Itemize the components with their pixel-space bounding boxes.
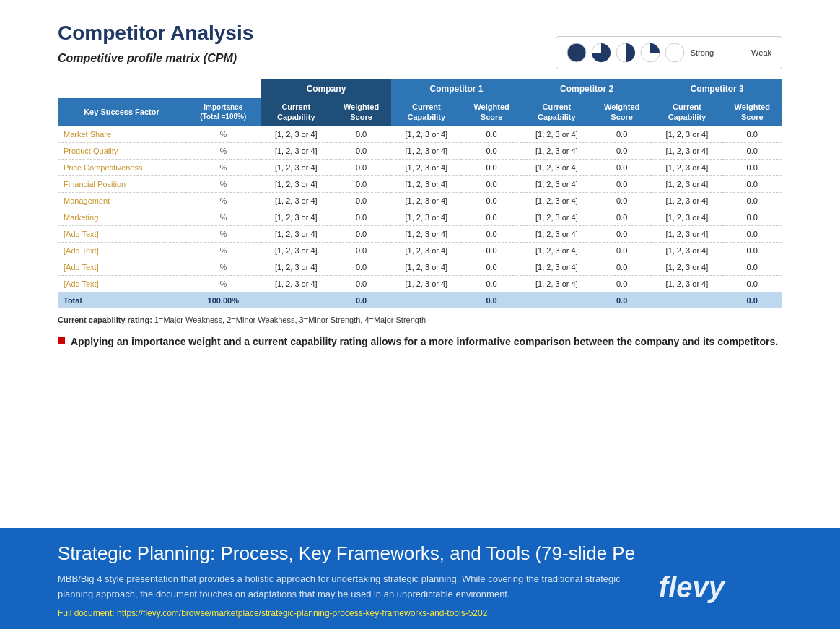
cell-ws-c2-1[interactable]: 0.0 <box>592 142 652 159</box>
cell-ws-c3-4[interactable]: 0.0 <box>722 192 783 209</box>
cell-cap-c1-4[interactable]: [1, 2, 3 or 4] <box>391 192 461 209</box>
cell-ws-c2-3[interactable]: 0.0 <box>592 175 652 192</box>
cell-cap-co-4[interactable]: [1, 2, 3 or 4] <box>261 192 331 209</box>
cell-cap-co-0[interactable]: [1, 2, 3 or 4] <box>261 126 331 143</box>
cell-ws-c2-7[interactable]: 0.0 <box>592 242 652 259</box>
cell-ws-c1-4[interactable]: 0.0 <box>461 192 521 209</box>
cell-importance-4[interactable]: % <box>185 192 261 209</box>
cell-ws-c2-6[interactable]: 0.0 <box>592 225 652 242</box>
cell-ws-c3-8[interactable]: 0.0 <box>722 259 783 275</box>
cell-cap-co-9[interactable]: [1, 2, 3 or 4] <box>261 275 331 292</box>
cell-cap-c1-7[interactable]: [1, 2, 3 or 4] <box>391 242 461 259</box>
cell-ws-co-2[interactable]: 0.0 <box>331 159 391 175</box>
cell-cap-c3-7[interactable]: [1, 2, 3 or 4] <box>652 242 722 259</box>
cell-cap-co-8[interactable]: [1, 2, 3 or 4] <box>261 259 331 275</box>
cell-ws-c1-0[interactable]: 0.0 <box>461 126 521 143</box>
cell-ws-co-8[interactable]: 0.0 <box>331 259 391 275</box>
cell-cap-c2-9[interactable]: [1, 2, 3 or 4] <box>522 275 592 292</box>
cell-ws-co-0[interactable]: 0.0 <box>331 126 391 143</box>
cell-ws-co-4[interactable]: 0.0 <box>331 192 391 209</box>
cell-cap-c3-3[interactable]: [1, 2, 3 or 4] <box>652 175 722 192</box>
cell-cap-c1-6[interactable]: [1, 2, 3 or 4] <box>391 225 461 242</box>
cell-ws-c2-9[interactable]: 0.0 <box>592 275 652 292</box>
cell-ws-co-6[interactable]: 0.0 <box>331 225 391 242</box>
cell-ws-c3-5[interactable]: 0.0 <box>722 209 783 225</box>
cell-ws-c3-1[interactable]: 0.0 <box>722 142 783 159</box>
cell-importance-0[interactable]: % <box>185 126 261 143</box>
cell-factor-7[interactable]: [Add Text] <box>58 242 185 259</box>
cell-ws-c2-5[interactable]: 0.0 <box>592 209 652 225</box>
cell-cap-c1-2[interactable]: [1, 2, 3 or 4] <box>391 159 461 175</box>
cell-importance-9[interactable]: % <box>185 275 261 292</box>
cell-ws-c3-7[interactable]: 0.0 <box>722 242 783 259</box>
cell-cap-c3-2[interactable]: [1, 2, 3 or 4] <box>652 159 722 175</box>
cell-ws-c3-3[interactable]: 0.0 <box>722 175 783 192</box>
cell-cap-co-3[interactable]: [1, 2, 3 or 4] <box>261 175 331 192</box>
cell-cap-c1-0[interactable]: [1, 2, 3 or 4] <box>391 126 461 143</box>
cell-cap-c2-7[interactable]: [1, 2, 3 or 4] <box>522 242 592 259</box>
cell-cap-co-6[interactable]: [1, 2, 3 or 4] <box>261 225 331 242</box>
cell-ws-c3-2[interactable]: 0.0 <box>722 159 783 175</box>
cell-cap-c2-3[interactable]: [1, 2, 3 or 4] <box>522 175 592 192</box>
cell-ws-c3-9[interactable]: 0.0 <box>722 275 783 292</box>
cell-cap-c1-3[interactable]: [1, 2, 3 or 4] <box>391 175 461 192</box>
cell-ws-c2-0[interactable]: 0.0 <box>592 126 652 143</box>
cell-cap-c1-5[interactable]: [1, 2, 3 or 4] <box>391 209 461 225</box>
cell-ws-co-3[interactable]: 0.0 <box>331 175 391 192</box>
cell-ws-c1-7[interactable]: 0.0 <box>461 242 521 259</box>
cell-ws-c1-1[interactable]: 0.0 <box>461 142 521 159</box>
cell-ws-c1-2[interactable]: 0.0 <box>461 159 521 175</box>
cell-cap-co-7[interactable]: [1, 2, 3 or 4] <box>261 242 331 259</box>
cell-cap-c1-9[interactable]: [1, 2, 3 or 4] <box>391 275 461 292</box>
cell-ws-c1-3[interactable]: 0.0 <box>461 175 521 192</box>
cell-ws-c1-6[interactable]: 0.0 <box>461 225 521 242</box>
cell-cap-c2-1[interactable]: [1, 2, 3 or 4] <box>522 142 592 159</box>
cell-cap-c3-5[interactable]: [1, 2, 3 or 4] <box>652 209 722 225</box>
cell-ws-c1-9[interactable]: 0.0 <box>461 275 521 292</box>
cell-ws-c3-0[interactable]: 0.0 <box>722 126 783 143</box>
cell-cap-c1-8[interactable]: [1, 2, 3 or 4] <box>391 259 461 275</box>
cell-importance-8[interactable]: % <box>185 259 261 275</box>
cell-importance-6[interactable]: % <box>185 225 261 242</box>
cell-importance-7[interactable]: % <box>185 242 261 259</box>
cell-factor-4[interactable]: Management <box>58 192 185 209</box>
cell-cap-c3-8[interactable]: [1, 2, 3 or 4] <box>652 259 722 275</box>
cell-cap-co-5[interactable]: [1, 2, 3 or 4] <box>261 209 331 225</box>
cell-cap-c3-1[interactable]: [1, 2, 3 or 4] <box>652 142 722 159</box>
cell-factor-6[interactable]: [Add Text] <box>58 225 185 242</box>
cell-cap-c1-1[interactable]: [1, 2, 3 or 4] <box>391 142 461 159</box>
cell-ws-co-5[interactable]: 0.0 <box>331 209 391 225</box>
cell-cap-c2-4[interactable]: [1, 2, 3 or 4] <box>522 192 592 209</box>
cell-cap-c3-9[interactable]: [1, 2, 3 or 4] <box>652 275 722 292</box>
cell-ws-c3-6[interactable]: 0.0 <box>722 225 783 242</box>
bottom-link[interactable]: Full document: https://flevy.com/browse/… <box>58 608 782 618</box>
cell-cap-c2-2[interactable]: [1, 2, 3 or 4] <box>522 159 592 175</box>
cell-ws-c1-8[interactable]: 0.0 <box>461 259 521 275</box>
cell-ws-co-1[interactable]: 0.0 <box>331 142 391 159</box>
cell-cap-co-1[interactable]: [1, 2, 3 or 4] <box>261 142 331 159</box>
cell-cap-c2-5[interactable]: [1, 2, 3 or 4] <box>522 209 592 225</box>
cell-ws-c2-4[interactable]: 0.0 <box>592 192 652 209</box>
cell-ws-co-7[interactable]: 0.0 <box>331 242 391 259</box>
cell-ws-c2-8[interactable]: 0.0 <box>592 259 652 275</box>
cell-ws-co-9[interactable]: 0.0 <box>331 275 391 292</box>
cell-ws-c1-5[interactable]: 0.0 <box>461 209 521 225</box>
cell-factor-9[interactable]: [Add Text] <box>58 275 185 292</box>
cell-cap-c2-8[interactable]: [1, 2, 3 or 4] <box>522 259 592 275</box>
cell-factor-1[interactable]: Product Quality <box>58 142 185 159</box>
cell-cap-c3-4[interactable]: [1, 2, 3 or 4] <box>652 192 722 209</box>
cell-importance-1[interactable]: % <box>185 142 261 159</box>
cell-factor-5[interactable]: Marketing <box>58 209 185 225</box>
cell-importance-2[interactable]: % <box>185 159 261 175</box>
cell-cap-c2-0[interactable]: [1, 2, 3 or 4] <box>522 126 592 143</box>
cell-importance-5[interactable]: % <box>185 209 261 225</box>
cell-cap-c2-6[interactable]: [1, 2, 3 or 4] <box>522 225 592 242</box>
cell-factor-8[interactable]: [Add Text] <box>58 259 185 275</box>
cell-cap-c3-0[interactable]: [1, 2, 3 or 4] <box>652 126 722 143</box>
cell-cap-co-2[interactable]: [1, 2, 3 or 4] <box>261 159 331 175</box>
cell-cap-c3-6[interactable]: [1, 2, 3 or 4] <box>652 225 722 242</box>
cell-ws-c2-2[interactable]: 0.0 <box>592 159 652 175</box>
cell-factor-0[interactable]: Market Share <box>58 126 185 143</box>
cell-importance-3[interactable]: % <box>185 175 261 192</box>
cell-factor-2[interactable]: Price Competitiveness <box>58 159 185 175</box>
